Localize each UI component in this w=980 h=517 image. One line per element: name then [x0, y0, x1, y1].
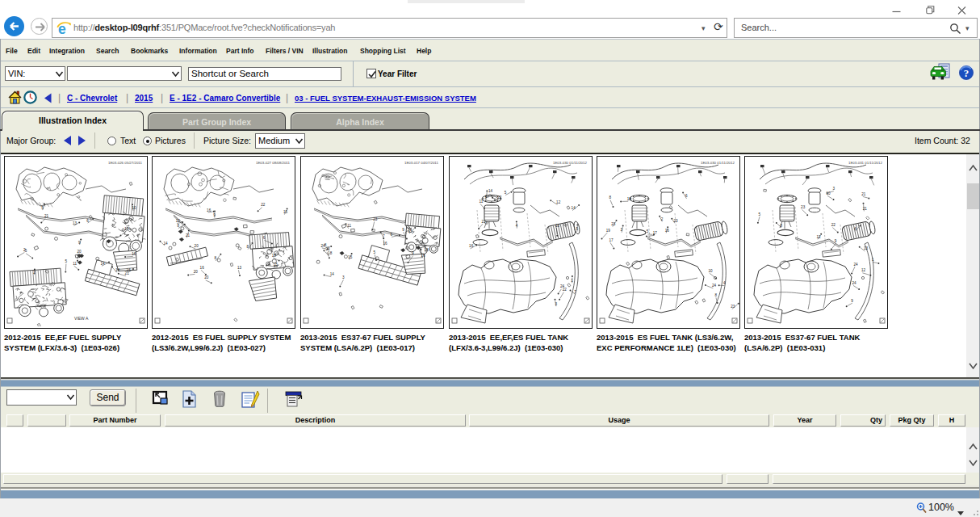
svg-text:14: 14 [164, 242, 169, 246]
svg-text:22: 22 [497, 195, 502, 200]
svg-text:1: 1 [872, 258, 874, 262]
svg-text:24: 24 [852, 281, 857, 285]
svg-text:11: 11 [73, 262, 77, 266]
svg-text:1E03-030 01/11/2012: 1E03-030 01/11/2012 [701, 161, 735, 165]
svg-text:12: 12 [556, 200, 561, 204]
svg-text:24: 24 [560, 284, 565, 288]
svg-text:23: 23 [373, 217, 378, 221]
svg-text:8: 8 [177, 224, 179, 228]
svg-text:1E03-030 01/11/2012: 1E03-030 01/11/2012 [553, 161, 587, 165]
svg-text:2: 2 [23, 248, 26, 252]
svg-text:5: 5 [65, 259, 67, 263]
svg-text:24: 24 [712, 284, 717, 288]
svg-text:3: 3 [342, 275, 345, 280]
svg-text:15: 15 [124, 227, 129, 231]
svg-text:18: 18 [272, 254, 277, 258]
svg-text:18: 18 [328, 251, 333, 255]
svg-text:4: 4 [723, 281, 726, 285]
svg-text:3: 3 [832, 187, 835, 191]
svg-text:1E03-031 01/11/2012: 1E03-031 01/11/2012 [848, 161, 882, 165]
svg-text:9: 9 [402, 228, 404, 232]
svg-text:20: 20 [194, 270, 199, 274]
svg-text:15: 15 [274, 263, 279, 267]
svg-text:22: 22 [831, 223, 836, 227]
svg-text:20: 20 [204, 275, 209, 280]
svg-text:10: 10 [708, 269, 713, 273]
svg-text:6: 6 [685, 194, 688, 198]
svg-text:16: 16 [127, 268, 132, 272]
svg-text:17: 17 [609, 238, 614, 242]
svg-text:6: 6 [263, 236, 266, 240]
svg-text:8: 8 [609, 195, 612, 200]
svg-text:VIEW A: VIEW A [74, 316, 89, 321]
svg-text:23: 23 [801, 205, 806, 209]
svg-text:7: 7 [383, 234, 385, 238]
svg-text:24: 24 [854, 263, 859, 267]
svg-text:14: 14 [101, 262, 106, 266]
svg-text:13: 13 [864, 246, 869, 250]
svg-text:?: ? [964, 67, 970, 79]
svg-text:5: 5 [647, 229, 649, 233]
svg-text:20: 20 [195, 244, 199, 248]
svg-text:2: 2 [661, 217, 664, 221]
svg-text:7: 7 [574, 290, 576, 294]
svg-text:1E03-027 08/08/2011: 1E03-027 08/08/2011 [256, 161, 290, 165]
svg-text:12: 12 [176, 219, 181, 223]
svg-text:16: 16 [383, 242, 387, 246]
svg-text:6: 6 [391, 233, 393, 237]
svg-text:16: 16 [207, 208, 211, 212]
svg-text:1E03-026 05/27/2011: 1E03-026 05/27/2011 [108, 161, 142, 165]
svg-text:8: 8 [714, 293, 717, 297]
svg-text:10: 10 [555, 224, 560, 228]
svg-text:14: 14 [330, 272, 335, 276]
svg-text:21: 21 [861, 192, 866, 196]
svg-text:20: 20 [77, 250, 82, 254]
svg-text:1E03-017 04/07/2011: 1E03-017 04/07/2011 [404, 161, 438, 165]
svg-text:14: 14 [488, 189, 493, 193]
svg-text:19: 19 [606, 229, 611, 233]
svg-text:9: 9 [412, 251, 414, 255]
svg-text:17: 17 [653, 231, 658, 235]
svg-text:16: 16 [132, 252, 136, 256]
svg-text:13: 13 [237, 266, 242, 270]
svg-text:21: 21 [44, 214, 49, 218]
svg-text:5: 5 [374, 250, 376, 254]
svg-text:18: 18 [425, 248, 429, 252]
svg-text:18: 18 [115, 268, 120, 272]
svg-text:6: 6 [86, 219, 89, 223]
svg-text:9: 9 [835, 239, 837, 243]
svg-text:8: 8 [325, 243, 327, 247]
svg-text:9: 9 [851, 299, 853, 303]
svg-text:21: 21 [863, 207, 868, 211]
svg-text:17: 17 [485, 195, 490, 199]
svg-text:16: 16 [200, 266, 205, 270]
svg-text:18: 18 [627, 197, 632, 201]
svg-text:5: 5 [505, 191, 507, 195]
svg-text:12: 12 [861, 268, 866, 272]
svg-text:13: 13 [73, 221, 77, 225]
svg-text:22: 22 [261, 203, 266, 207]
svg-text:11: 11 [480, 200, 484, 204]
svg-text:5: 5 [759, 212, 761, 216]
svg-text:16: 16 [469, 244, 474, 248]
